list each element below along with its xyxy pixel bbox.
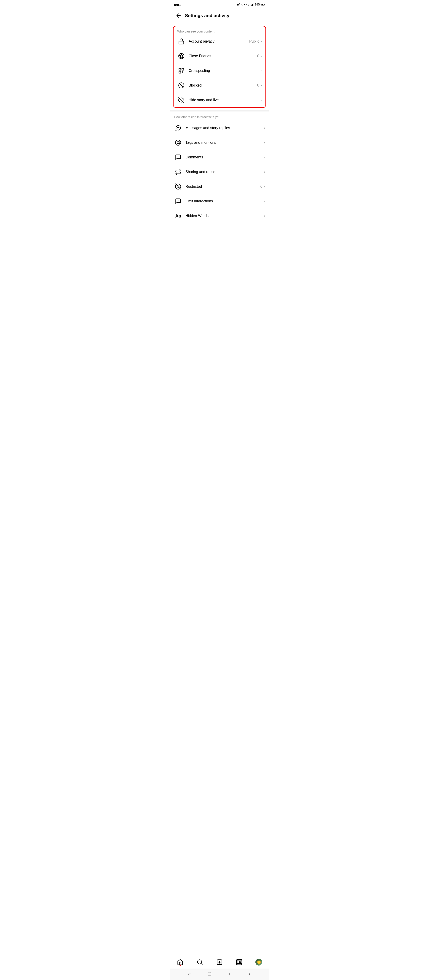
sharing-reuse-label: Sharing and reuse <box>185 170 263 174</box>
hidden-words-chevron: › <box>264 214 265 218</box>
blocked-icon <box>177 81 185 89</box>
aa-text: Aa <box>175 213 181 219</box>
restricted-chevron: › <box>264 185 265 189</box>
nav-new-post[interactable] <box>214 958 225 967</box>
mute-icon <box>241 3 245 6</box>
close-friends-chevron: › <box>261 54 262 58</box>
blocked-label: Blocked <box>189 83 257 88</box>
how-others-interact-header: How others can interact with you <box>170 111 269 121</box>
key-icon <box>237 3 241 6</box>
hide-story-item[interactable]: Hide story and live › <box>174 93 265 107</box>
page-title: Settings and activity <box>185 13 230 18</box>
lock-icon <box>177 37 185 46</box>
svg-point-33 <box>239 961 241 963</box>
new-post-icon <box>216 959 223 965</box>
messages-chevron: › <box>264 126 265 130</box>
profile-avatar: 😊 <box>255 959 262 966</box>
restricted-value: 0 <box>260 185 263 189</box>
section-divider <box>170 110 269 111</box>
svg-rect-6 <box>253 3 254 6</box>
comments-chevron: › <box>264 155 265 159</box>
android-home-btn[interactable] <box>206 970 213 977</box>
nav-search[interactable] <box>194 958 205 967</box>
tags-mentions-label: Tags and mentions <box>185 140 263 145</box>
reels-icon <box>236 959 242 965</box>
close-friends-label: Close Friends <box>189 54 257 58</box>
svg-line-25 <box>201 963 202 964</box>
status-bar: 8:01 4G 50% <box>170 0 269 8</box>
account-privacy-label: Account privacy <box>189 39 249 43</box>
messages-label: Messages and story replies <box>185 126 263 130</box>
network-indicator: 4G <box>246 3 249 6</box>
restricted-label: Restricted <box>185 185 260 189</box>
account-privacy-chevron: › <box>261 39 262 43</box>
nav-reels[interactable] <box>234 958 245 967</box>
who-can-see-section: Who can see your content Account privacy… <box>173 26 266 108</box>
svg-rect-10 <box>179 41 184 44</box>
close-friends-value: 0 <box>257 54 259 58</box>
svg-rect-4 <box>252 5 252 6</box>
svg-point-19 <box>177 142 179 143</box>
tags-mentions-chevron: › <box>264 140 265 145</box>
header: Settings and activity <box>170 8 269 24</box>
tags-mentions-item[interactable]: Tags and mentions › <box>170 135 269 150</box>
sharing-reuse-chevron: › <box>264 170 265 174</box>
how-others-interact-section: How others can interact with you Message… <box>170 111 269 223</box>
svg-rect-15 <box>179 71 181 73</box>
comments-label: Comments <box>185 155 263 159</box>
limit-interactions-item[interactable]: Limit interactions › <box>170 194 269 208</box>
hidden-words-item[interactable]: Aa Hidden Words › <box>170 208 269 223</box>
svg-rect-5 <box>252 4 253 6</box>
status-time: 8:01 <box>174 3 181 6</box>
home-dot <box>180 965 181 966</box>
hidden-words-label: Hidden Words <box>185 214 263 218</box>
nav-bar: 😊 <box>170 955 269 969</box>
home-icon <box>177 959 183 965</box>
crosspost-icon <box>177 67 185 75</box>
sharing-reuse-item[interactable]: Sharing and reuse › <box>170 165 269 179</box>
at-icon <box>174 138 182 147</box>
comment-icon <box>174 153 182 161</box>
svg-marker-12 <box>179 54 183 58</box>
android-back-btn[interactable] <box>226 970 233 977</box>
crossposting-chevron: › <box>261 69 262 73</box>
android-accessibility-btn[interactable] <box>246 970 253 977</box>
svg-point-0 <box>237 4 238 5</box>
svg-rect-3 <box>250 5 251 6</box>
svg-rect-8 <box>265 4 265 5</box>
bottom-nav: 😊 <box>170 955 269 980</box>
hidden-words-icon: Aa <box>174 212 182 220</box>
nav-profile[interactable]: 😊 <box>254 958 264 967</box>
hide-story-icon <box>177 96 185 104</box>
messenger-icon <box>174 124 182 132</box>
close-friends-item[interactable]: Close Friends 0 › <box>174 49 265 64</box>
blocked-item[interactable]: Blocked 0 › <box>174 78 265 93</box>
status-icons: 4G 50% <box>237 3 265 6</box>
limit-icon <box>174 197 182 205</box>
blocked-chevron: › <box>261 83 262 88</box>
android-nav-bar <box>170 969 269 980</box>
hide-story-chevron: › <box>261 98 262 102</box>
battery-icon <box>261 3 265 6</box>
messages-item[interactable]: Messages and story replies › <box>170 121 269 135</box>
svg-line-17 <box>179 84 183 87</box>
svg-rect-37 <box>208 972 211 975</box>
crossposting-label: Crossposting <box>189 69 259 73</box>
comments-item[interactable]: Comments › <box>170 150 269 165</box>
search-icon <box>197 959 203 965</box>
star-circle-icon <box>177 52 185 60</box>
battery-indicator: 50% <box>255 3 260 6</box>
restricted-icon <box>174 183 182 191</box>
android-menu-btn[interactable] <box>186 970 193 977</box>
share-icon <box>174 168 182 176</box>
account-privacy-item[interactable]: Account privacy Public › <box>174 34 265 49</box>
nav-home[interactable] <box>175 958 185 967</box>
back-button[interactable] <box>174 11 183 20</box>
hide-story-label: Hide story and live <box>189 98 259 102</box>
content-area: Who can see your content Account privacy… <box>170 26 269 251</box>
svg-rect-13 <box>179 68 181 70</box>
svg-rect-9 <box>261 4 263 5</box>
restricted-item[interactable]: Restricted 0 › <box>170 179 269 194</box>
crossposting-item[interactable]: Crossposting › <box>174 64 265 78</box>
svg-rect-14 <box>182 68 184 70</box>
